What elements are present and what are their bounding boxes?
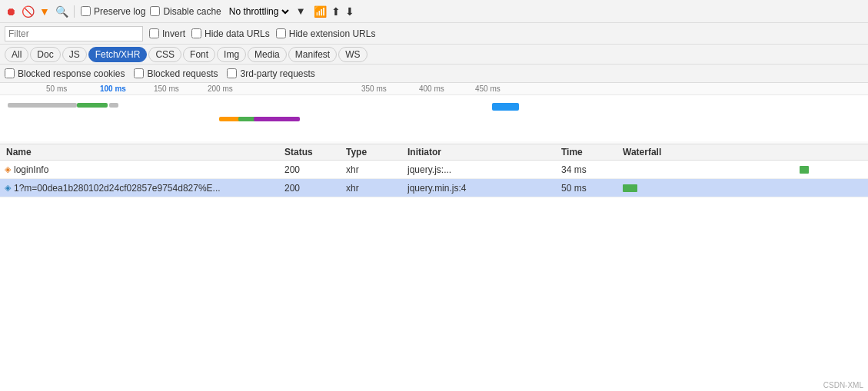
hide-extension-urls-input[interactable] xyxy=(276,28,286,38)
throttle-down-icon: ▼ xyxy=(296,5,306,17)
row-1-initiator: jquery.js:... xyxy=(407,164,561,175)
col-header-initiator: Initiator xyxy=(407,147,561,157)
blocked-requests-label: Blocked requests xyxy=(147,68,218,79)
col-header-time: Time xyxy=(561,147,623,157)
col-header-type: Type xyxy=(346,147,407,157)
col-header-waterfall: Waterfall xyxy=(623,147,868,157)
third-party-input[interactable] xyxy=(227,68,237,78)
tab-doc[interactable]: Doc xyxy=(30,47,60,62)
tab-js[interactable]: JS xyxy=(62,47,87,62)
disable-cache-label: Disable cache xyxy=(163,6,221,17)
ruler-mark-350: 350 ms xyxy=(361,84,387,93)
tabs-row: All Doc JS Fetch/XHR CSS Font Img Media … xyxy=(0,45,868,65)
ruler-mark-150: 150 ms xyxy=(154,84,179,93)
timeline-bar-7 xyxy=(492,103,519,111)
invert-label: Invert xyxy=(162,28,185,39)
row-1-time: 34 ms xyxy=(561,164,623,175)
row-1-icon: ◈ xyxy=(5,164,11,174)
hide-extension-urls-checkbox[interactable]: Hide extension URLs xyxy=(276,28,376,39)
col-header-name: Name xyxy=(0,147,284,157)
preserve-log-input[interactable] xyxy=(81,6,91,16)
row-2-name: ◈ 1?m=00dea1b280102d24cf02857e9754d827%E… xyxy=(0,183,284,194)
disable-cache-input[interactable] xyxy=(150,6,160,16)
ruler-mark-200: 200 ms xyxy=(208,84,233,93)
timeline-bar-1 xyxy=(8,103,77,108)
timeline-bar-2 xyxy=(77,103,108,108)
ruler-mark-50: 50 ms xyxy=(46,84,67,93)
row-1-name: ◈ loginInfo xyxy=(0,164,284,175)
invert-input[interactable] xyxy=(149,28,159,38)
row-2-waterfall-bar xyxy=(623,184,637,192)
disable-cache-checkbox[interactable]: Disable cache xyxy=(150,6,221,17)
filter-row: Invert Hide data URLs Hide extension URL… xyxy=(0,23,868,45)
tab-img[interactable]: Img xyxy=(217,47,246,62)
wifi-icon: 📶 xyxy=(314,5,327,18)
divider xyxy=(74,5,75,18)
row-1-status: 200 xyxy=(284,164,346,175)
filter-icon[interactable]: ▼ xyxy=(38,5,51,18)
row-2-type: xhr xyxy=(346,183,407,194)
timeline-bar-3 xyxy=(109,103,118,108)
blocked-cookies-label: Blocked response cookies xyxy=(18,68,125,79)
table-row[interactable]: ◈ 1?m=00dea1b280102d24cf02857e9754d827%E… xyxy=(0,179,868,197)
timeline-area: 50 ms 100 ms 150 ms 200 ms 350 ms 400 ms… xyxy=(0,83,868,144)
hide-extension-urls-label: Hide extension URLs xyxy=(289,28,376,39)
blocked-cookies-checkbox[interactable]: Blocked response cookies xyxy=(5,68,125,79)
preserve-log-checkbox[interactable]: Preserve log xyxy=(81,6,145,17)
tab-media[interactable]: Media xyxy=(248,47,287,62)
search-icon[interactable]: 🔍 xyxy=(55,5,68,18)
third-party-checkbox[interactable]: 3rd-party requests xyxy=(227,68,314,79)
filter-input[interactable] xyxy=(5,26,143,41)
tab-ws[interactable]: WS xyxy=(338,47,367,62)
tab-all[interactable]: All xyxy=(5,47,28,62)
table-body: ◈ loginInfo 200 xhr jquery.js:... 34 ms … xyxy=(0,161,868,197)
download-icon[interactable]: ⬇ xyxy=(345,5,354,18)
row-2-icon: ◈ xyxy=(5,183,11,193)
toolbar: ⏺ 🚫 ▼ 🔍 Preserve log Disable cache No th… xyxy=(0,0,868,23)
checkbox-options: Blocked response cookies Blocked request… xyxy=(0,65,868,83)
blocked-requests-checkbox[interactable]: Blocked requests xyxy=(134,68,218,79)
blocked-requests-input[interactable] xyxy=(134,68,144,78)
upload-icon[interactable]: ⬆ xyxy=(331,5,341,18)
table-header: Name Status Type Initiator Time Waterfal… xyxy=(0,144,868,161)
ruler-mark-400: 400 ms xyxy=(419,84,444,93)
ruler-mark-450: 450 ms xyxy=(475,84,501,93)
row-1-type: xhr xyxy=(346,164,407,175)
row-2-initiator: jquery.min.js:4 xyxy=(407,183,561,194)
third-party-label: 3rd-party requests xyxy=(240,68,314,79)
row-1-waterfall xyxy=(623,161,868,178)
table-row[interactable]: ◈ loginInfo 200 xhr jquery.js:... 34 ms xyxy=(0,161,868,179)
tab-manifest[interactable]: Manifest xyxy=(288,47,337,62)
throttle-select[interactable]: No throttling xyxy=(226,5,291,18)
ruler-mark-100: 100 ms xyxy=(100,84,126,93)
invert-checkbox[interactable]: Invert xyxy=(149,28,185,39)
timeline-bar-6 xyxy=(254,117,300,121)
preserve-log-label: Preserve log xyxy=(94,6,145,17)
col-header-status: Status xyxy=(284,147,346,157)
hide-data-urls-checkbox[interactable]: Hide data URLs xyxy=(191,28,270,39)
hide-data-urls-input[interactable] xyxy=(191,28,201,38)
tab-fetch-xhr[interactable]: Fetch/XHR xyxy=(88,47,148,62)
row-2-time: 50 ms xyxy=(561,183,623,194)
blocked-cookies-input[interactable] xyxy=(5,68,15,78)
row-2-waterfall xyxy=(623,179,868,197)
tab-css[interactable]: CSS xyxy=(148,47,181,62)
row-1-waterfall-bar xyxy=(800,166,810,174)
hide-data-urls-label: Hide data URLs xyxy=(205,28,270,39)
row-2-status: 200 xyxy=(284,183,346,194)
clear-icon[interactable]: 🚫 xyxy=(22,5,34,18)
tab-font[interactable]: Font xyxy=(183,47,215,62)
record-icon[interactable]: ⏺ xyxy=(5,5,17,18)
